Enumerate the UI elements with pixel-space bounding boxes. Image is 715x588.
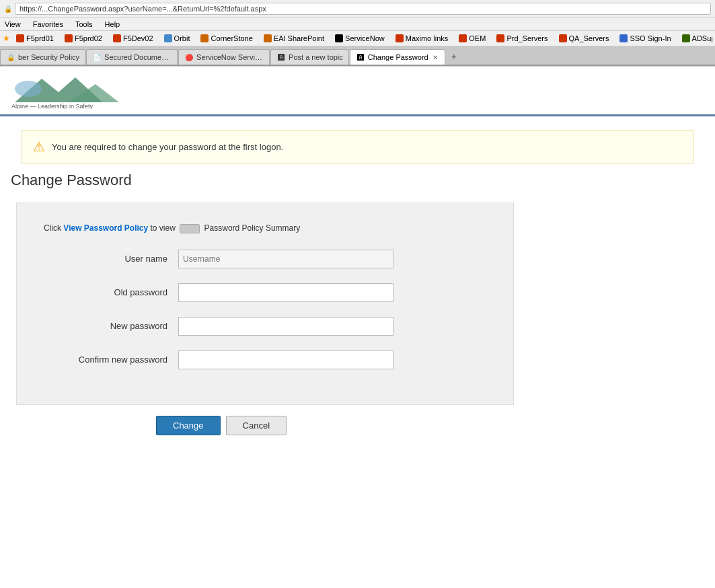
bookmarks-bar: ★ F5prd01F5prd02F5Dev02OrbitCornerStoneE… xyxy=(0,31,715,46)
bookmarks-star-icon: ★ xyxy=(3,34,10,43)
tab-icon-2: 🔴 xyxy=(184,52,194,62)
bookmark-icon-5 xyxy=(264,34,272,42)
policy-toggle[interactable] xyxy=(180,224,200,233)
main-content: ⚠ You are required to change your passwo… xyxy=(0,116,715,460)
bookmark-icon-1 xyxy=(65,34,73,42)
warning-banner: ⚠ You are required to change your passwo… xyxy=(22,130,693,163)
policy-middle: to view xyxy=(151,223,178,233)
menu-help[interactable]: Help xyxy=(103,20,122,29)
bookmark-label-10: QA_Servers xyxy=(569,34,609,42)
menu-tools[interactable]: Tools xyxy=(73,20,95,29)
cancel-button[interactable]: Cancel xyxy=(226,416,287,435)
page-title: Change Password xyxy=(11,172,704,189)
bookmark-qa_servers[interactable]: QA_Servers xyxy=(554,32,614,44)
bookmark-label-9: Prd_Servers xyxy=(506,34,548,42)
bookmark-prd_servers[interactable]: Prd_Servers xyxy=(492,32,552,44)
label-oldpassword: Old password xyxy=(44,287,178,297)
menu-favorites[interactable]: Favorites xyxy=(31,20,65,29)
bookmark-sso-sign-in[interactable]: SSO Sign-In xyxy=(615,32,675,44)
tab-icon-0: 🔒 xyxy=(6,52,15,62)
tab-label-0: ber Security Policy xyxy=(18,53,79,61)
form-row-newpassword: New password xyxy=(44,317,486,336)
page-content: Alpine — Leadership in Safety ⚠ You are … xyxy=(0,67,715,460)
policy-prefix: Click xyxy=(44,223,61,233)
input-confirmpassword[interactable] xyxy=(178,351,393,369)
buttons-area: Change Cancel xyxy=(145,405,704,446)
bookmark-label-2: F5Dev02 xyxy=(123,34,153,42)
bookmark-icon-11 xyxy=(619,34,628,42)
tab-label-1: Secured Documents - Acti... xyxy=(104,53,172,61)
form-row-confirmpassword: Confirm new password xyxy=(44,351,486,369)
bookmark-cornerstone[interactable]: CornerStone xyxy=(196,32,257,44)
bookmark-label-4: CornerStone xyxy=(211,34,252,42)
bookmark-adsup[interactable]: ADSup xyxy=(677,32,712,44)
warning-icon: ⚠ xyxy=(33,139,45,155)
bookmark-icon-9 xyxy=(496,34,504,42)
policy-suffix: Password Policy Summary xyxy=(204,223,301,233)
tab-secured-documents---[interactable]: 📄Secured Documents - Acti... xyxy=(86,49,178,65)
address-url[interactable]: https://...ChangePassword.aspx?userName=… xyxy=(15,3,711,15)
tab-label-3: Post a new topic xyxy=(289,53,343,61)
menu-bar: View Favorites Tools Help xyxy=(0,18,715,31)
tab-icon-4: 🅰 xyxy=(356,52,365,62)
bookmark-servicenow[interactable]: ServiceNow xyxy=(330,32,389,44)
form-fields: User nameOld passwordNew passwordConfirm… xyxy=(44,250,486,369)
new-tab-button[interactable]: + xyxy=(446,48,462,65)
browser-chrome: 🔒 https://...ChangePassword.aspx?userNam… xyxy=(0,0,715,67)
tab-close-4[interactable]: ✕ xyxy=(431,54,439,61)
form-row-oldpassword: Old password xyxy=(44,283,486,302)
bookmark-icon-0 xyxy=(16,34,24,42)
bookmark-label-6: ServiceNow xyxy=(345,34,385,42)
bookmark-f5prd02[interactable]: F5prd02 xyxy=(60,32,107,44)
bookmark-label-5: EAI SharePoint xyxy=(274,34,324,42)
bookmark-icon-12 xyxy=(682,34,690,42)
tab-servicenow-service-a[interactable]: 🔴ServiceNow Service Auto... xyxy=(178,49,270,65)
change-button[interactable]: Change xyxy=(156,416,221,435)
policy-description: Click View Password Policy to view Passw… xyxy=(44,223,486,233)
tab-post-a-new-topic[interactable]: 🅰Post a new topic xyxy=(270,49,349,65)
svg-text:Alpine — Leadership in Safety: Alpine — Leadership in Safety xyxy=(11,103,93,109)
tab-change-password[interactable]: 🅰Change Password✕ xyxy=(350,49,445,65)
tab-ber-security-policy[interactable]: 🔒ber Security Policy xyxy=(0,49,85,65)
bookmark-icon-3 xyxy=(164,34,172,42)
bookmark-oem[interactable]: OEM xyxy=(454,32,490,44)
change-password-form: Click View Password Policy to view Passw… xyxy=(16,203,514,405)
label-username: User name xyxy=(44,254,178,264)
bookmark-label-1: F5prd02 xyxy=(75,34,102,42)
bookmark-f5dev02[interactable]: F5Dev02 xyxy=(108,32,158,44)
warning-message: You are required to change your password… xyxy=(52,142,283,152)
bookmark-icon-10 xyxy=(559,34,567,42)
lock-icon: 🔒 xyxy=(4,5,12,13)
bookmark-icon-8 xyxy=(459,34,467,42)
address-bar: 🔒 https://...ChangePassword.aspx?userNam… xyxy=(0,0,715,18)
view-password-policy-link[interactable]: View Password Policy xyxy=(63,223,148,233)
label-confirmpassword: Confirm new password xyxy=(44,355,178,365)
bookmark-label-8: OEM xyxy=(469,34,486,42)
input-oldpassword[interactable] xyxy=(178,283,393,302)
input-username xyxy=(178,250,393,268)
bookmark-eai-sharepoint[interactable]: EAI SharePoint xyxy=(259,32,329,44)
menu-view[interactable]: View xyxy=(3,20,23,29)
bookmark-label-3: Orbit xyxy=(174,34,190,42)
bookmark-f5prd01[interactable]: F5prd01 xyxy=(11,32,59,44)
svg-point-2 xyxy=(15,81,42,97)
bookmark-label-12: ADSup xyxy=(692,34,712,42)
bookmark-label-0: F5prd01 xyxy=(26,34,54,42)
tab-icon-1: 📄 xyxy=(92,52,102,62)
bookmark-orbit[interactable]: Orbit xyxy=(159,32,195,44)
site-logo: Alpine — Leadership in Safety xyxy=(8,72,129,109)
form-row-username: User name xyxy=(44,250,486,268)
tabs-bar: 🔒ber Security Policy📄Secured Documents -… xyxy=(0,46,715,66)
bookmark-icon-4 xyxy=(200,34,209,42)
bookmark-label-11: SSO Sign-In xyxy=(630,34,671,42)
site-header: Alpine — Leadership in Safety xyxy=(0,67,715,116)
bookmark-icon-6 xyxy=(335,34,343,42)
bookmark-icon-7 xyxy=(396,34,404,42)
label-newpassword: New password xyxy=(44,321,178,331)
bookmark-icon-2 xyxy=(113,34,121,42)
bookmark-label-7: Maximo links xyxy=(406,34,449,42)
bookmark-maximo-links[interactable]: Maximo links xyxy=(391,32,453,44)
tab-icon-3: 🅰 xyxy=(276,52,286,62)
tab-label-4: Change Password xyxy=(368,53,428,61)
input-newpassword[interactable] xyxy=(178,317,393,336)
